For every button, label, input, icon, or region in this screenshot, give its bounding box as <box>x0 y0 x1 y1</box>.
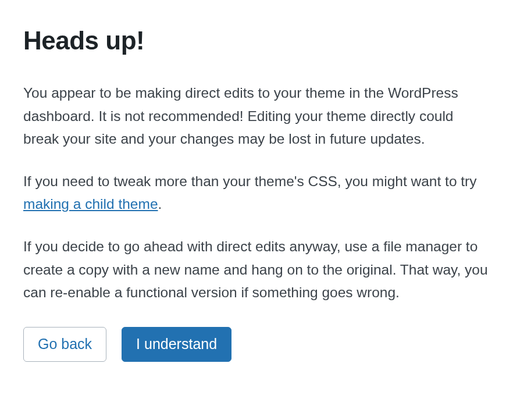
child-theme-link[interactable]: making a child theme <box>23 196 158 212</box>
warning-paragraph-1: You appear to be making direct edits to … <box>23 81 490 150</box>
warning-paragraph-2: If you need to tweak more than your them… <box>23 170 490 215</box>
warning-paragraph-3: If you decide to go ahead with direct ed… <box>23 235 490 304</box>
dialog-button-row: Go back I understand <box>23 327 490 362</box>
go-back-button[interactable]: Go back <box>23 327 106 362</box>
i-understand-button[interactable]: I understand <box>122 327 231 362</box>
theme-edit-warning-dialog: Heads up! You appear to be making direct… <box>0 0 513 385</box>
dialog-title: Heads up! <box>23 27 490 55</box>
paragraph-2-post: . <box>158 196 162 212</box>
paragraph-2-pre: If you need to tweak more than your them… <box>23 173 477 189</box>
